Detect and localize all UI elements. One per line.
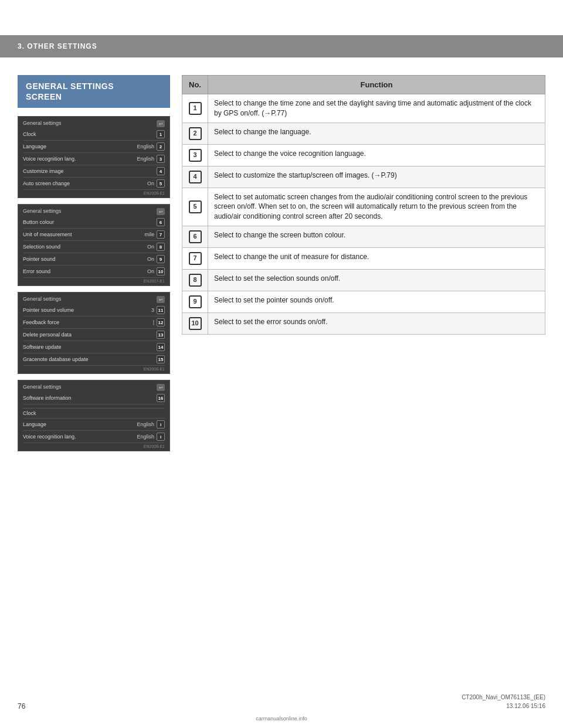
- mini-row: Pointer soundOn9: [23, 253, 165, 266]
- row-number-cell: 7: [182, 247, 208, 269]
- row-label: Pointer sound: [23, 256, 147, 262]
- panel-header-2: General settings: [23, 208, 165, 214]
- num-badge: 12: [157, 318, 165, 326]
- row-number-cell: 5: [182, 188, 208, 226]
- num-badge: 15: [157, 355, 165, 363]
- mini-panel-3: General settingsPointer sound volume311F…: [18, 292, 170, 374]
- mini-row: Feedback force|12: [23, 317, 165, 329]
- row-number-cell: 4: [182, 166, 208, 188]
- section-title-box: GENERAL SETTINGS SCREEN: [18, 75, 170, 108]
- mini-row: Software information16: [23, 392, 165, 404]
- footer-info: CT200h_Navi_OM76113E_(EE) 13.12.06 15:16: [462, 693, 545, 710]
- row-label: Voice recognition lang.: [23, 434, 137, 440]
- row-value: On: [147, 268, 154, 274]
- row-value: On: [147, 181, 154, 186]
- table-row: 6Select to change the screen button colo…: [182, 226, 545, 247]
- function-table: No. Function 1Select to change the time …: [182, 75, 545, 335]
- col-header-function: Function: [208, 76, 545, 94]
- section-label: 3. OTHER SETTINGS: [18, 42, 97, 50]
- mini-row: Software update14: [23, 341, 165, 353]
- row-label: Unit of measurement: [23, 232, 144, 237]
- mini-row: Customize image4: [23, 165, 165, 178]
- row-function-text: Select to change the time zone and set t…: [208, 94, 545, 123]
- row-number: 9: [189, 295, 202, 308]
- num-badge: 9: [157, 255, 165, 263]
- section-title: GENERAL SETTINGS SCREEN: [26, 81, 114, 101]
- num-badge: 1: [157, 130, 165, 138]
- mini-row: Auto screen changeOn5: [23, 178, 165, 190]
- num-badge: 13: [157, 331, 165, 339]
- mini-row: Unit of measurementmile7: [23, 229, 165, 241]
- row-label: Feedback force: [23, 319, 153, 325]
- row-number: 7: [189, 252, 202, 265]
- num-badge: 8: [157, 243, 165, 251]
- row-label: Voice recognition lang.: [23, 156, 137, 162]
- num-badge: 2: [157, 142, 165, 151]
- row-number-cell: 3: [182, 144, 208, 166]
- num-badge: 5: [157, 179, 165, 188]
- back-button-panel-1[interactable]: [157, 120, 165, 127]
- table-row: 9Select to set the pointer sounds on/off…: [182, 291, 545, 312]
- row-number-cell: 9: [182, 291, 208, 312]
- num-badge: 7: [157, 230, 165, 239]
- mini-panel-4: General settingsSoftware information16Cl…: [18, 380, 170, 451]
- num-badge: 14: [157, 343, 165, 351]
- num-badge: i: [157, 420, 165, 428]
- row-label: Software update: [23, 344, 157, 350]
- row-label: Error sound: [23, 268, 147, 274]
- num-badge: 4: [157, 167, 165, 175]
- num-badge: 3: [157, 155, 165, 163]
- row-number: 10: [189, 317, 202, 330]
- col-header-no: No.: [182, 76, 208, 94]
- panel-header-3: General settings: [23, 296, 165, 302]
- row-function-text: Select to change the language.: [208, 123, 545, 144]
- right-column: No. Function 1Select to change the time …: [182, 75, 545, 457]
- main-content: GENERAL SETTINGS SCREEN General settings…: [0, 57, 563, 469]
- back-button-panel-2[interactable]: [157, 208, 165, 215]
- table-row: 5Select to set automatic screen changes …: [182, 188, 545, 226]
- mini-panel-1: General settingsClock1LanguageEnglish2Vo…: [18, 116, 170, 198]
- table-row: 3Select to change the voice recognition …: [182, 144, 545, 166]
- row-label: Delete personal data: [23, 332, 157, 338]
- row-function-text: Select to customize the startup/screen o…: [208, 166, 545, 188]
- page-number: 76: [18, 702, 25, 710]
- mini-row: Clock: [23, 409, 165, 419]
- back-button-panel-4[interactable]: [157, 384, 165, 391]
- num-badge: 16: [157, 394, 165, 402]
- row-label: Gracenote database update: [23, 356, 157, 362]
- mini-row: Voice recognition lang.Englishi: [23, 431, 165, 443]
- mini-row: [23, 404, 165, 409]
- row-label: Auto screen change: [23, 181, 147, 186]
- row-value: On: [147, 256, 154, 262]
- row-function-text: Select to change the voice recognition l…: [208, 144, 545, 166]
- row-number: 1: [189, 102, 202, 115]
- row-number-cell: 1: [182, 94, 208, 123]
- table-row: 10Select to set the error sounds on/off.: [182, 312, 545, 334]
- row-function-text: Select to change the unit of measure for…: [208, 247, 545, 269]
- mini-row: Error soundOn10: [23, 266, 165, 278]
- row-label: Clock: [23, 410, 165, 416]
- back-button-panel-3[interactable]: [157, 296, 165, 303]
- panel-watermark: EN2007-E1: [23, 279, 165, 283]
- row-label: Clock: [23, 131, 157, 137]
- mini-row: Selection soundOn8: [23, 241, 165, 253]
- panels-container: General settingsClock1LanguageEnglish2Vo…: [18, 116, 170, 451]
- row-function-text: Select to set the pointer sounds on/off.: [208, 291, 545, 312]
- num-badge: 11: [157, 306, 165, 314]
- row-number: 5: [189, 200, 202, 213]
- mini-row: Delete personal data13: [23, 329, 165, 341]
- table-row: 7Select to change the unit of measure fo…: [182, 247, 545, 269]
- row-number-cell: 10: [182, 312, 208, 334]
- table-row: 2Select to change the language.: [182, 123, 545, 144]
- panel-watermark: EN2006-E1: [23, 191, 165, 195]
- row-function-text: Select to set automatic screen changes f…: [208, 188, 545, 226]
- mini-row: Gracenote database update15: [23, 353, 165, 366]
- page-footer: 76 CT200h_Navi_OM76113E_(EE) 13.12.06 15…: [0, 693, 563, 710]
- row-function-text: Select to change the screen button colou…: [208, 226, 545, 247]
- row-function-text: Select to set the error sounds on/off.: [208, 312, 545, 334]
- row-value: On: [147, 244, 154, 250]
- row-label: Selection sound: [23, 244, 147, 250]
- panel-watermark: EN2006-E1: [23, 444, 165, 448]
- row-value: 3: [151, 307, 154, 313]
- doc-ref: CT200h_Navi_OM76113E_(EE): [462, 693, 545, 702]
